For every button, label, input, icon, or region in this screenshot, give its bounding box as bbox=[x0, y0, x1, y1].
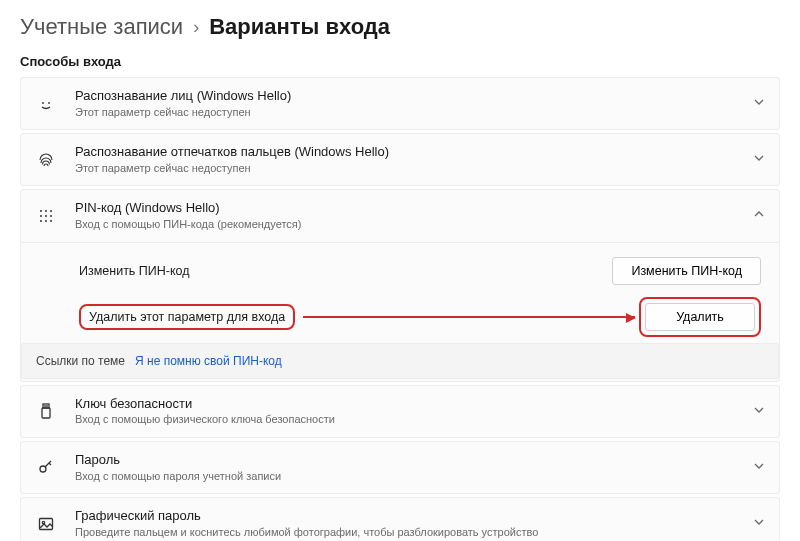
usb-key-icon bbox=[35, 402, 57, 420]
pin-remove-row: Удалить этот параметр для входа Удалить bbox=[21, 293, 779, 341]
chevron-right-icon: › bbox=[193, 17, 199, 38]
option-title: Графический пароль bbox=[75, 508, 753, 525]
svg-point-7 bbox=[50, 215, 52, 217]
option-subtitle: Вход с помощью пароля учетной записи bbox=[75, 469, 753, 483]
svg-point-3 bbox=[45, 210, 47, 212]
annotation-highlight: Удалить этот параметр для входа bbox=[79, 304, 295, 330]
svg-point-6 bbox=[45, 215, 47, 217]
forgot-pin-link[interactable]: Я не помню свой ПИН-код bbox=[135, 354, 282, 368]
svg-point-9 bbox=[45, 220, 47, 222]
svg-point-1 bbox=[48, 102, 50, 104]
option-title: Пароль bbox=[75, 452, 753, 469]
picture-icon bbox=[35, 515, 57, 533]
annotation-highlight: Удалить bbox=[639, 297, 761, 337]
pin-change-label: Изменить ПИН-код bbox=[79, 264, 190, 278]
option-title: PIN-код (Windows Hello) bbox=[75, 200, 753, 217]
option-subtitle: Вход с помощью физического ключа безопас… bbox=[75, 412, 753, 426]
pin-remove-label: Удалить этот параметр для входа bbox=[89, 310, 285, 324]
option-security-key[interactable]: Ключ безопасности Вход с помощью физичес… bbox=[20, 385, 780, 438]
chevron-down-icon bbox=[753, 404, 765, 419]
svg-point-2 bbox=[40, 210, 42, 212]
pin-pad-icon bbox=[35, 207, 57, 225]
option-face-recognition[interactable]: Распознавание лиц (Windows Hello) Этот п… bbox=[20, 77, 780, 130]
svg-rect-12 bbox=[42, 408, 50, 418]
page-title: Варианты входа bbox=[209, 14, 390, 40]
svg-point-0 bbox=[42, 102, 44, 104]
option-subtitle: Этот параметр сейчас недоступен bbox=[75, 161, 753, 175]
pin-expanded-panel: Изменить ПИН-код Изменить ПИН-код Удалит… bbox=[20, 243, 780, 382]
svg-point-5 bbox=[40, 215, 42, 217]
breadcrumb-parent[interactable]: Учетные записи bbox=[20, 14, 183, 40]
option-password[interactable]: Пароль Вход с помощью пароля учетной зап… bbox=[20, 441, 780, 494]
related-links-row: Ссылки по теме Я не помню свой ПИН-код bbox=[21, 343, 779, 379]
pin-change-row: Изменить ПИН-код Изменить ПИН-код bbox=[21, 249, 779, 293]
svg-point-10 bbox=[50, 220, 52, 222]
remove-pin-button[interactable]: Удалить bbox=[645, 303, 755, 331]
option-pin[interactable]: PIN-код (Windows Hello) Вход с помощью П… bbox=[20, 189, 780, 242]
key-icon bbox=[35, 458, 57, 476]
change-pin-button[interactable]: Изменить ПИН-код bbox=[612, 257, 761, 285]
annotation-arrow bbox=[303, 316, 635, 318]
svg-point-4 bbox=[50, 210, 52, 212]
face-icon bbox=[35, 95, 57, 113]
chevron-down-icon bbox=[753, 460, 765, 475]
option-title: Ключ безопасности bbox=[75, 396, 753, 413]
svg-point-17 bbox=[42, 521, 44, 523]
option-subtitle: Этот параметр сейчас недоступен bbox=[75, 105, 753, 119]
chevron-down-icon bbox=[753, 516, 765, 531]
option-title: Распознавание лиц (Windows Hello) bbox=[75, 88, 753, 105]
option-title: Распознавание отпечатков пальцев (Window… bbox=[75, 144, 753, 161]
option-picture-password[interactable]: Графический пароль Проведите пальцем и к… bbox=[20, 497, 780, 541]
chevron-up-icon bbox=[753, 208, 765, 223]
option-fingerprint[interactable]: Распознавание отпечатков пальцев (Window… bbox=[20, 133, 780, 186]
svg-point-8 bbox=[40, 220, 42, 222]
option-subtitle: Проведите пальцем и коснитесь любимой фо… bbox=[75, 525, 753, 539]
related-links-label: Ссылки по теме bbox=[36, 354, 125, 368]
breadcrumb: Учетные записи › Варианты входа bbox=[20, 14, 780, 40]
chevron-down-icon bbox=[753, 152, 765, 167]
section-heading: Способы входа bbox=[20, 54, 780, 69]
fingerprint-icon bbox=[35, 151, 57, 169]
option-subtitle: Вход с помощью ПИН-кода (рекомендуется) bbox=[75, 217, 753, 231]
chevron-down-icon bbox=[753, 96, 765, 111]
